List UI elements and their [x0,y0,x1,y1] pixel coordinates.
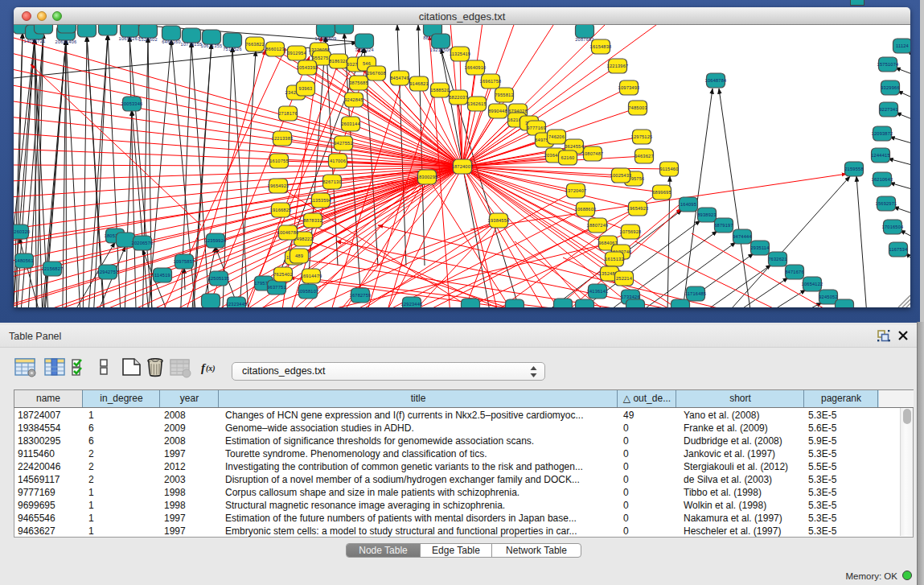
svg-text:19654923: 19654923 [268,183,290,188]
svg-text:10719155: 10719155 [181,42,203,47]
svg-text:1480561: 1480561 [14,258,34,263]
svg-text:9115460: 9115460 [659,167,678,171]
svg-text:8454749: 8454749 [390,76,409,80]
svg-text:489: 489 [295,253,303,258]
svg-text:746206: 746206 [548,134,565,139]
svg-text:18300295: 18300295 [417,175,438,179]
svg-text:1588520: 1588520 [430,88,450,93]
svg-text:12359924: 12359924 [205,238,227,243]
svg-text:7955812: 7955812 [495,93,514,97]
svg-text:10756928: 10756928 [620,229,642,234]
svg-text:252214: 252214 [616,276,632,281]
svg-text:12942757: 12942757 [97,270,119,274]
svg-text:6466160: 6466160 [162,39,181,44]
svg-text:19654923: 19654923 [627,206,649,211]
svg-text:9463627: 9463627 [634,154,654,159]
svg-text:18724007: 18724007 [452,164,474,169]
svg-text:26260320: 26260320 [14,229,30,234]
svg-text:14055721: 14055721 [24,39,46,43]
svg-text:12213383: 12213383 [272,136,294,141]
svg-text:11353594: 11353594 [310,198,331,203]
svg-text:(x): (x) [206,364,216,373]
svg-text:20691406: 20691406 [55,39,77,44]
svg-text:16053809: 16053809 [315,36,337,41]
svg-text:2718176: 2718176 [278,111,298,116]
svg-text:9146821: 9146821 [409,81,429,86]
svg-text:10543392: 10543392 [297,65,318,70]
svg-text:2967608: 2967608 [367,71,386,76]
svg-text:10975857: 10975857 [174,259,195,264]
svg-text:11325419: 11325419 [450,51,470,56]
svg-text:12923446: 12923446 [401,302,423,307]
svg-text:20053346: 20053346 [121,101,143,106]
svg-text:93963: 93963 [299,86,313,91]
svg-text:7485003: 7485003 [628,105,647,110]
svg-text:17016504: 17016504 [882,225,904,229]
svg-text:12213967: 12213967 [607,64,629,68]
svg-text:11716485: 11716485 [685,291,706,296]
svg-text:10973493: 10973493 [618,85,640,90]
svg-text:5822037: 5822037 [449,95,468,100]
svg-text:9245052: 9245052 [819,295,838,299]
svg-text:10671355: 10671355 [201,43,223,48]
svg-text:13720407: 13720407 [565,188,587,193]
svg-text:3624554: 3624554 [565,144,584,149]
svg-text:2603144: 2603144 [341,122,360,126]
svg-text:8938923: 8938923 [697,212,717,217]
svg-text:114519: 114519 [154,273,170,278]
svg-text:7515526: 7515526 [223,47,242,51]
svg-text:8267130: 8267130 [322,179,342,184]
svg-text:546: 546 [363,61,371,66]
svg-text:1527602: 1527602 [138,37,158,42]
svg-text:3912954: 3912954 [287,51,306,56]
svg-text:8660123: 8660123 [265,47,285,51]
svg-text:8471676: 8471676 [785,270,804,274]
svg-text:7632621: 7632621 [768,257,787,262]
svg-text:9474444: 9474444 [733,234,752,239]
svg-text:10654122: 10654122 [802,282,823,286]
svg-text:14136141: 14136141 [587,289,609,294]
svg-text:1610755: 1610755 [269,159,289,163]
svg-text:12323445: 12323445 [226,302,248,307]
svg-text:10648784: 10648784 [705,78,727,83]
svg-text:9637751: 9637751 [267,285,286,290]
svg-text:9227341: 9227341 [879,107,898,112]
svg-text:1167534: 1167534 [889,247,907,252]
svg-text:62160: 62160 [561,155,575,160]
svg-text:7625402: 7625402 [273,272,293,277]
svg-text:12975125: 12975125 [631,134,653,139]
svg-text:8990448: 8990448 [488,109,507,113]
svg-text:16914479: 16914479 [301,274,322,278]
svg-text:16640910: 16640910 [465,65,487,70]
svg-text:1244415: 1244415 [871,153,890,158]
svg-text:10046786: 10046786 [277,230,299,235]
svg-text:16154838: 16154838 [590,44,612,49]
svg-text:12156827: 12156827 [42,266,64,271]
svg-text:15692971: 15692971 [876,201,897,206]
svg-text:1733426: 1733426 [621,295,640,299]
svg-text:9777169: 9777169 [527,126,546,130]
svg-text:16782759: 16782759 [350,293,372,298]
svg-text:18807249: 18807249 [587,223,609,228]
svg-text:12505135: 12505135 [208,276,230,281]
svg-text:19166825: 19166825 [270,208,292,212]
svg-text:9552751: 9552751 [312,56,331,60]
svg-text:10025433: 10025433 [610,173,632,178]
svg-text:7663822: 7663822 [245,42,265,47]
svg-text:6879197: 6879197 [714,223,733,228]
svg-text:417006: 417006 [330,159,346,163]
svg-text:8878332: 8878332 [303,218,322,223]
svg-text:20206576: 20206576 [132,241,154,245]
svg-text:16210643: 16210643 [872,177,893,182]
svg-text:2935114: 2935114 [750,245,769,250]
svg-text:10807487: 10807487 [582,151,604,156]
svg-text:2159558: 2159558 [844,167,864,171]
svg-text:19218506: 19218506 [430,47,452,52]
svg-text:8186328: 8186328 [329,59,348,64]
svg-text:15751074: 15751074 [877,62,899,67]
svg-text:11124: 11124 [896,43,909,48]
svg-text:10688603: 10688603 [575,207,597,212]
svg-text:10958107: 10958107 [298,289,319,294]
svg-text:9329966: 9329966 [881,85,900,90]
svg-text:9242845: 9242845 [344,97,363,102]
